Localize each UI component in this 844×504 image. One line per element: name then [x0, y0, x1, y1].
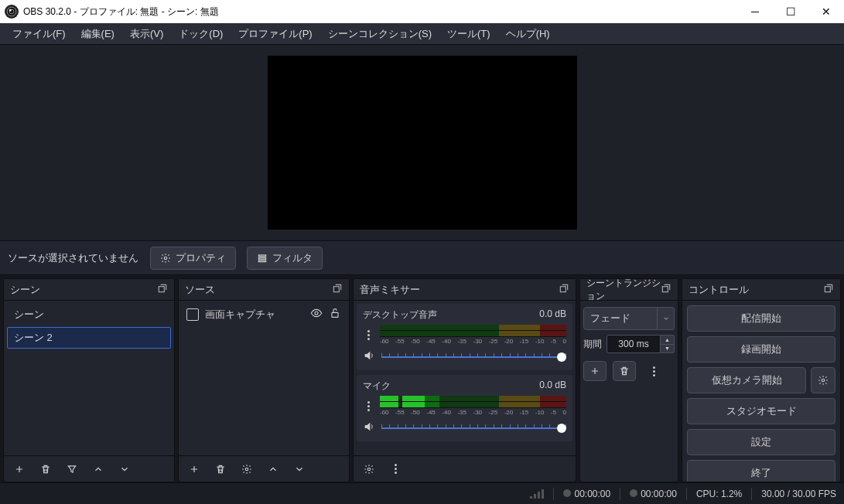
audio-mixer-panel: 音声ミキサー デスクトップ音声 0.0 dB: [353, 278, 576, 482]
add-scene-button[interactable]: [9, 459, 30, 479]
mute-button[interactable]: [363, 421, 375, 435]
rec-dot-icon: [630, 489, 637, 497]
settings-button[interactable]: 設定: [687, 429, 835, 455]
preview-canvas[interactable]: [268, 56, 577, 230]
duration-down[interactable]: ▼: [661, 345, 675, 354]
menu-dock[interactable]: ドック(D): [171, 24, 231, 44]
preview-area: [0, 45, 844, 241]
dots-icon: [648, 366, 659, 376]
svg-rect-7: [159, 287, 164, 292]
menu-view[interactable]: 表示(V): [122, 24, 171, 44]
duration-label: 期間: [583, 338, 602, 351]
svg-rect-14: [662, 287, 668, 292]
channel-name: マイク: [363, 380, 391, 393]
obs-logo-icon: [5, 5, 19, 19]
source-properties-button[interactable]: [236, 459, 258, 479]
add-transition-button[interactable]: [583, 361, 607, 381]
svg-rect-15: [825, 287, 830, 292]
svg-point-0: [7, 7, 16, 16]
duration-up[interactable]: ▲: [661, 335, 675, 345]
studio-mode-button[interactable]: スタジオモード: [687, 398, 835, 424]
popout-icon[interactable]: [332, 283, 343, 296]
scene-item[interactable]: シーン 2: [7, 327, 171, 349]
popout-icon[interactable]: [157, 283, 168, 296]
fps-display: 30.00 / 30.00 FPS: [761, 489, 836, 499]
mute-button[interactable]: [363, 349, 375, 364]
start-streaming-button[interactable]: 配信開始: [687, 305, 835, 332]
move-source-up-button[interactable]: [262, 459, 284, 479]
maximize-button[interactable]: ☐: [773, 0, 808, 23]
controls-title: コントロール: [689, 283, 749, 297]
window-title: OBS 30.2.0 - プロファイル: 無題 - シーン: 無題: [23, 5, 737, 19]
chevron-down-icon: [294, 464, 305, 475]
transition-dropdown[interactable]: [658, 307, 675, 330]
transitions-title: シーントランジション: [586, 277, 661, 303]
properties-button[interactable]: プロパティ: [150, 247, 236, 270]
scene-filters-button[interactable]: [61, 459, 83, 479]
popout-icon[interactable]: [661, 283, 671, 296]
plus-icon: [189, 464, 200, 475]
chevron-down-icon: [119, 464, 130, 475]
menu-help[interactable]: ヘルプ(H): [498, 24, 558, 44]
transition-select[interactable]: フェード: [583, 307, 658, 330]
menu-profile[interactable]: プロファイル(P): [231, 24, 319, 44]
trash-icon: [619, 366, 630, 376]
menubar: ファイル(F) 編集(E) 表示(V) ドック(D) プロファイル(P) シーン…: [0, 23, 844, 45]
remove-source-button[interactable]: [210, 459, 231, 479]
scenes-panel: シーン シーン シーン 2: [3, 278, 175, 482]
remove-transition-button[interactable]: [613, 361, 636, 381]
menu-scene-collection[interactable]: シーンコレクション(S): [320, 24, 439, 44]
audio-meter: -60-55-50-45-40-35-30-25-20-15-10-50: [380, 396, 566, 416]
mixer-menu-button[interactable]: [384, 459, 406, 479]
titlebar: OBS 30.2.0 - プロファイル: 無題 - シーン: 無題 ─ ☐ ✕: [0, 0, 844, 23]
move-scene-down-button[interactable]: [114, 459, 135, 479]
source-name: 画面キャプチャ: [205, 308, 304, 322]
live-indicator: 00:00:00: [563, 489, 610, 499]
cpu-usage: CPU: 1.2%: [696, 489, 742, 499]
svg-rect-8: [333, 287, 339, 292]
panels-row: シーン シーン シーン 2 ソース 画面キャプチャ: [0, 275, 844, 482]
no-source-message: ソースが選択されていません: [8, 251, 139, 265]
channel-menu-button[interactable]: [363, 401, 374, 411]
popout-icon[interactable]: [823, 283, 834, 296]
gear-icon: [160, 253, 171, 264]
source-toolbar: ソースが選択されていません プロパティ フィルタ: [0, 241, 844, 275]
filter-icon: [67, 464, 77, 475]
scene-item[interactable]: シーン: [7, 304, 171, 325]
rec-indicator: 00:00:00: [630, 489, 677, 499]
lock-toggle[interactable]: [329, 307, 341, 322]
duration-value[interactable]: 300 ms: [607, 335, 661, 353]
transition-menu-button[interactable]: [642, 361, 665, 381]
chevron-up-icon: [93, 464, 104, 475]
volume-slider[interactable]: [381, 422, 566, 434]
move-scene-up-button[interactable]: [87, 459, 109, 479]
advanced-audio-button[interactable]: [358, 459, 380, 479]
svg-rect-4: [258, 254, 265, 256]
svg-rect-6: [258, 260, 265, 261]
db-scale: -60-55-50-45-40-35-30-25-20-15-10-50: [380, 409, 566, 416]
filters-button[interactable]: フィルタ: [247, 247, 323, 270]
move-source-down-button[interactable]: [289, 459, 310, 479]
menu-edit[interactable]: 編集(E): [73, 24, 122, 44]
menu-file[interactable]: ファイル(F): [5, 24, 73, 44]
minimize-button[interactable]: ─: [737, 0, 773, 23]
duration-spinbox[interactable]: 300 ms ▲ ▼: [607, 335, 675, 353]
source-item[interactable]: 画面キャプチャ: [182, 304, 346, 325]
menu-tools[interactable]: ツール(T): [439, 24, 498, 44]
trash-icon: [215, 464, 226, 475]
start-recording-button[interactable]: 録画開始: [687, 336, 835, 363]
plus-icon: [589, 366, 600, 376]
volume-slider[interactable]: [381, 351, 566, 363]
popout-icon[interactable]: [559, 283, 569, 296]
svg-rect-12: [560, 287, 566, 292]
svg-rect-10: [332, 312, 338, 317]
svg-point-2: [9, 9, 12, 12]
start-virtual-cam-button[interactable]: 仮想カメラ開始: [687, 367, 806, 393]
remove-scene-button[interactable]: [35, 459, 56, 479]
close-button[interactable]: ✕: [808, 0, 844, 23]
exit-button[interactable]: 終了: [687, 460, 835, 482]
add-source-button[interactable]: [183, 459, 205, 479]
virtual-cam-settings-button[interactable]: [811, 367, 835, 393]
channel-menu-button[interactable]: [363, 330, 374, 340]
visibility-toggle[interactable]: [310, 307, 323, 322]
